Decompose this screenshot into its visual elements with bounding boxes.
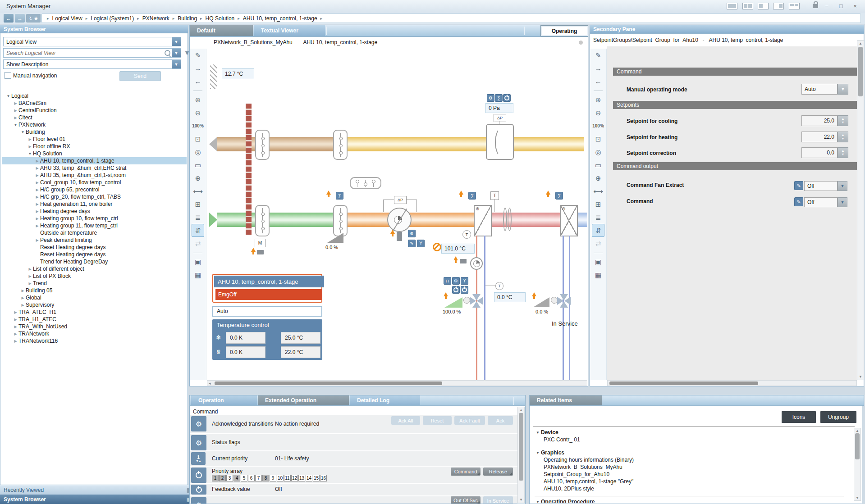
related-item[interactable]: ▼Operating Procedure bbox=[535, 498, 850, 503]
person-icon[interactable]: Υ bbox=[461, 277, 468, 285]
tab-default[interactable]: Default bbox=[190, 25, 253, 36]
toolbar-divider[interactable] bbox=[592, 88, 604, 93]
zoom-window-icon[interactable]: ◎ bbox=[192, 145, 204, 159]
cooling-deviation-field[interactable]: 0.0 K bbox=[226, 332, 265, 344]
pencil-icon[interactable]: ✎ bbox=[408, 240, 416, 247]
priority-slot[interactable]: 8 bbox=[262, 475, 269, 481]
related-item[interactable]: Operating hours informations (Binary) bbox=[535, 456, 850, 463]
tree-item[interactable]: Outside air temperature bbox=[2, 229, 187, 236]
layers-icon[interactable]: ≣ bbox=[192, 211, 204, 224]
expander-icon[interactable]: ▶ bbox=[13, 318, 18, 322]
ack-all-button[interactable]: Ack All bbox=[391, 416, 420, 425]
tree-item[interactable]: ▶BACnetSim bbox=[2, 100, 187, 107]
secondary-vscrollbar[interactable]: ▲ ▼ bbox=[857, 40, 864, 380]
tree-item[interactable]: ▼PXNetwork bbox=[2, 121, 187, 128]
release-button[interactable]: Release bbox=[483, 468, 513, 476]
gear-icon[interactable]: ⚙ bbox=[452, 277, 460, 285]
reset-button[interactable]: Reset bbox=[423, 416, 452, 425]
zoom-selection-icon[interactable]: ⊕ bbox=[592, 172, 604, 185]
compare-icon[interactable]: ⇄ bbox=[592, 237, 604, 250]
related-item[interactable] bbox=[535, 443, 844, 447]
back-icon[interactable]: ← bbox=[592, 75, 604, 88]
zoom-selection-icon[interactable]: ⊕ bbox=[192, 172, 204, 185]
sum-icon[interactable]: ∑ bbox=[555, 192, 563, 200]
expander-icon[interactable]: ▶ bbox=[13, 339, 18, 343]
tree-item[interactable]: ▶AHU 35, temp_&hum_ctrl,1-st,room bbox=[2, 172, 187, 179]
tree-item[interactable]: ▶Citect bbox=[2, 114, 187, 121]
tree-item[interactable]: ▶Floor offline RX bbox=[2, 143, 187, 150]
cooling-spinner[interactable]: ▲▼ bbox=[838, 115, 848, 126]
tree-item[interactable]: ▶Global bbox=[2, 294, 187, 301]
tree-item[interactable]: ▶TRANetwork bbox=[2, 330, 187, 337]
tree-item[interactable]: ▼HQ Solution bbox=[2, 150, 187, 157]
cooling-setpoint-field[interactable]: 25.0 °C bbox=[281, 332, 320, 344]
tab-operation[interactable]: Operation bbox=[191, 395, 257, 405]
expander-icon[interactable]: ▶ bbox=[13, 325, 18, 329]
tree-item[interactable]: ▶Heating degree days bbox=[2, 208, 187, 215]
priority-slot[interactable]: 10 bbox=[277, 475, 284, 481]
forward-icon[interactable]: → bbox=[192, 62, 204, 75]
ahu-info-box[interactable]: AHU 10, temp_control, 1-stage EmgOff bbox=[212, 274, 322, 303]
supply-temp-field[interactable]: 101.0 °C bbox=[441, 244, 475, 254]
layout-grid-icon[interactable] bbox=[789, 3, 800, 9]
tab-detailed-log[interactable]: Detailed Log bbox=[350, 395, 420, 405]
copy-icon[interactable]: ▣ bbox=[592, 255, 604, 268]
layout-right-pane-icon[interactable] bbox=[773, 3, 784, 9]
chevron-down-icon[interactable]: ▼ bbox=[838, 197, 847, 207]
related-item[interactable]: AHU10, 2DPlus style bbox=[535, 485, 850, 492]
chevron-down-icon[interactable]: ▼ bbox=[172, 60, 181, 68]
zoom-out-icon[interactable]: ⊖ bbox=[592, 106, 604, 119]
toolbar-divider[interactable] bbox=[192, 250, 204, 255]
expander-icon[interactable]: ▼ bbox=[535, 500, 541, 503]
related-vscrollbar[interactable]: ▲ ▼ bbox=[854, 428, 861, 501]
pan-icon[interactable]: ⊞ bbox=[592, 198, 604, 211]
nav-favorites-button[interactable]: ★ bbox=[32, 14, 41, 23]
tree-item[interactable]: ▶TRA_With_NotUsed bbox=[2, 323, 187, 330]
operation-vscrollbar[interactable]: ▲ ▼ bbox=[517, 407, 525, 503]
expander-icon[interactable]: ▶ bbox=[20, 289, 26, 293]
tree-item[interactable]: ▶Peak demand limiting bbox=[2, 236, 187, 244]
description-selector[interactable]: Show Description ▼ bbox=[3, 59, 181, 69]
expander-icon[interactable]: ▶ bbox=[27, 267, 33, 271]
expander-icon[interactable]: ▶ bbox=[34, 195, 40, 199]
select-rect-icon[interactable]: ▭ bbox=[192, 159, 204, 172]
zoom-level[interactable]: 100% bbox=[592, 119, 604, 132]
tree-item[interactable]: ▼Building bbox=[2, 128, 187, 136]
tree-item[interactable]: ▶Floor level 01 bbox=[2, 136, 187, 143]
expander-icon[interactable]: ▶ bbox=[34, 181, 40, 185]
nav-forward-button[interactable]: → bbox=[15, 14, 25, 23]
outside-temp-field[interactable]: 12.7 °C bbox=[222, 68, 254, 79]
tab-textual-viewer[interactable]: Textual Viewer bbox=[254, 25, 325, 36]
cooling-setpoint-input[interactable]: 25.0 bbox=[801, 115, 838, 126]
priority-slot[interactable]: 12 bbox=[291, 475, 298, 481]
pan-icon[interactable]: ⊞ bbox=[192, 198, 204, 211]
priority-slot[interactable]: 16 bbox=[320, 475, 327, 481]
expander-icon[interactable]: ▶ bbox=[13, 116, 18, 120]
out-of-svc-button[interactable]: Out Of Svc bbox=[451, 496, 481, 504]
layout-left-pane-icon[interactable] bbox=[758, 3, 769, 9]
priority-slot[interactable]: 7 bbox=[255, 475, 262, 481]
priority-slot[interactable]: 4 bbox=[233, 475, 240, 481]
expander-icon[interactable]: ▼ bbox=[535, 451, 541, 455]
priority-slot[interactable]: 1 bbox=[212, 475, 219, 481]
layers-icon[interactable]: ≣ bbox=[592, 211, 604, 224]
expander-icon[interactable]: ▶ bbox=[34, 238, 40, 242]
expander-icon[interactable]: ▼ bbox=[535, 431, 541, 435]
fan-extract-select[interactable]: Off bbox=[804, 181, 838, 191]
priority-slot[interactable]: 15 bbox=[313, 475, 320, 481]
tree-item[interactable]: ▶Trend bbox=[2, 280, 187, 287]
tree-item[interactable]: ▶Heating group 10, flow temp_ctrl bbox=[2, 215, 187, 222]
tree-item[interactable]: ▶Supervisory bbox=[2, 301, 187, 309]
tree-item[interactable]: ▶TRA_H1_ATEC bbox=[2, 316, 187, 323]
expander-icon[interactable]: ▶ bbox=[13, 310, 18, 314]
tree-item[interactable]: ▶AHU 33, temp_&hum_ctrl,ERC strat bbox=[2, 164, 187, 172]
sum-icon[interactable]: ∑ bbox=[468, 192, 476, 200]
zoom-window-icon[interactable]: ◎ bbox=[592, 145, 604, 159]
expander-icon[interactable]: ▶ bbox=[34, 166, 40, 170]
expander-icon[interactable]: ▶ bbox=[34, 159, 40, 163]
related-item[interactable]: AHU 10, temp,control, 1-stage "Grey" bbox=[535, 478, 850, 485]
fit-view-icon[interactable]: ⊡ bbox=[592, 132, 604, 145]
pencil-icon[interactable]: ✎ bbox=[794, 197, 803, 206]
related-item[interactable]: ▼Device bbox=[535, 429, 850, 436]
pencil-icon[interactable]: ✎ bbox=[794, 181, 803, 190]
